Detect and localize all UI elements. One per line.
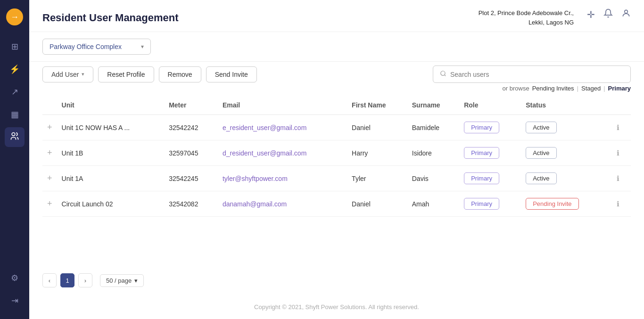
firstname-cell-3: Daniel [347, 191, 407, 217]
role-cell-0: Primary [459, 115, 521, 140]
primary-link[interactable]: Primary [608, 85, 631, 92]
search-input[interactable] [450, 71, 624, 78]
unit-cell-0: Unit 1C NOW HAS A ... [57, 115, 165, 140]
per-page-select[interactable]: 50 / page ▾ [100, 274, 144, 287]
role-cell-3: Primary [459, 191, 521, 217]
sidebar-item-settings[interactable]: ⚙ [5, 268, 25, 288]
sidebar-logo[interactable]: → [6, 8, 23, 25]
sidebar-item-analytics[interactable]: ⚡ [5, 59, 25, 79]
per-page-chevron-icon: ▾ [134, 277, 138, 284]
surname-cell-1: Isidore [407, 140, 459, 166]
surname-cell-2: Davis [407, 166, 459, 191]
browse-label: or browse [503, 85, 529, 92]
address-line2: Lekki, Lagos NG [479, 18, 574, 27]
reset-profile-button[interactable]: Reset Profile [98, 66, 154, 82]
next-page-button[interactable]: › [78, 273, 92, 287]
separator-2: | [603, 85, 605, 92]
pagination-row: ‹ 1 › 50 / page ▾ [29, 266, 644, 295]
info-cell-1: ℹ [607, 140, 631, 166]
meter-cell-0: 32542242 [164, 115, 218, 140]
col-surname: Surname [407, 96, 459, 115]
dashboard-icon: ⊞ [11, 41, 18, 52]
analytics-icon: ⚡ [9, 64, 20, 74]
surname-cell-3: Amah [407, 191, 459, 217]
users-table: Unit Meter Email First Name Surname Role… [42, 96, 631, 217]
expand-cell-0[interactable]: + [42, 115, 57, 140]
expand-cell-2[interactable]: + [42, 166, 57, 191]
topbar: Resident User Management Plot 2, Prince … [29, 0, 644, 32]
table-row: + Circuit Launch 02 32542082 danamah@gma… [42, 191, 631, 217]
meter-cell-3: 32542082 [164, 191, 218, 217]
address-line1: Plot 2, Prince Bode Adebowale Cr., [479, 8, 574, 18]
search-box [433, 65, 631, 83]
main-content: Resident User Management Plot 2, Prince … [29, 0, 644, 319]
email-cell-1: d_resident_user@gmail.com [218, 140, 347, 166]
col-status: Status [521, 96, 607, 115]
add-user-button[interactable]: Add User ▾ [42, 66, 93, 82]
status-cell-1: Active [521, 140, 607, 166]
status-cell-3: Pending Invite [521, 191, 607, 217]
page-title: Resident User Management [42, 12, 179, 24]
bell-icon[interactable] [603, 8, 613, 20]
svg-point-0 [12, 132, 15, 136]
info-cell-3: ℹ [607, 191, 631, 217]
sidebar: → ⊞ ⚡ ↗ ▦ ⚙ ⇥ [0, 0, 29, 319]
info-cell-0: ℹ [607, 115, 631, 140]
svg-point-1 [625, 10, 628, 13]
expand-cell-3[interactable]: + [42, 191, 57, 217]
staged-link[interactable]: Staged [581, 85, 601, 92]
bar-chart-icon: ▦ [11, 109, 19, 120]
topbar-actions: ✛ [587, 8, 631, 20]
sidebar-item-dashboard[interactable]: ⊞ [5, 37, 25, 57]
browse-bar: or browse Pending Invites | Staged | Pri… [503, 85, 631, 92]
data-table-wrap: Unit Meter Email First Name Surname Role… [29, 96, 644, 266]
trend-icon: ↗ [11, 87, 18, 97]
separator-1: | [577, 85, 578, 92]
search-icon [440, 70, 446, 78]
unit-cell-2: Unit 1A [57, 166, 165, 191]
firstname-cell-1: Harry [347, 140, 407, 166]
col-expand [42, 96, 57, 115]
property-dropdown[interactable]: Parkway Office Complex ▾ [42, 39, 151, 55]
sidebar-item-logout[interactable]: ⇥ [5, 291, 25, 311]
add-user-dropdown-icon: ▾ [82, 71, 84, 77]
role-cell-1: Primary [459, 140, 521, 166]
svg-point-2 [441, 71, 445, 75]
svg-line-3 [445, 75, 446, 76]
users-icon [10, 131, 19, 143]
email-cell-2: tyler@shyftpower.com [218, 166, 347, 191]
surname-cell-0: Bamidele [407, 115, 459, 140]
send-invite-button[interactable]: Send Invite [206, 66, 257, 82]
firstname-cell-0: Daniel [347, 115, 407, 140]
table-row: + Unit 1A 32542245 tyler@shyftpower.com … [42, 166, 631, 191]
meter-cell-1: 32597045 [164, 140, 218, 166]
sidebar-item-trend[interactable]: ↗ [5, 82, 25, 102]
email-cell-3: danamah@gmail.com [218, 191, 347, 217]
settings-icon: ⚙ [11, 273, 18, 283]
info-icon-3[interactable]: ℹ [617, 200, 619, 208]
table-row: + Unit 1B 32597045 d_resident_user@gmail… [42, 140, 631, 166]
sidebar-item-users[interactable] [5, 127, 25, 147]
property-label: Parkway Office Complex [50, 43, 122, 50]
plus-icon[interactable]: ✛ [587, 9, 595, 20]
user-avatar-icon[interactable] [621, 8, 631, 20]
info-cell-2: ℹ [607, 166, 631, 191]
col-role: Role [459, 96, 521, 115]
page-1-button[interactable]: 1 [60, 273, 74, 287]
toolbar: Parkway Office Complex ▾ [29, 32, 644, 62]
col-unit: Unit [57, 96, 165, 115]
info-icon-2[interactable]: ℹ [617, 174, 619, 182]
info-icon-0[interactable]: ℹ [617, 123, 619, 131]
pending-invites-link[interactable]: Pending Invites [532, 85, 574, 92]
prev-page-button[interactable]: ‹ [42, 273, 57, 287]
col-info [607, 96, 631, 115]
sidebar-item-barchart[interactable]: ▦ [5, 105, 25, 124]
remove-button[interactable]: Remove [159, 66, 201, 82]
chevron-down-icon: ▾ [141, 43, 144, 50]
meter-cell-2: 32542245 [164, 166, 218, 191]
info-icon-1[interactable]: ℹ [617, 149, 619, 157]
unit-cell-3: Circuit Launch 02 [57, 191, 165, 217]
expand-cell-1[interactable]: + [42, 140, 57, 166]
logout-icon: ⇥ [11, 295, 18, 306]
footer: Copyright © 2021, Shyft Power Solutions.… [29, 295, 644, 319]
